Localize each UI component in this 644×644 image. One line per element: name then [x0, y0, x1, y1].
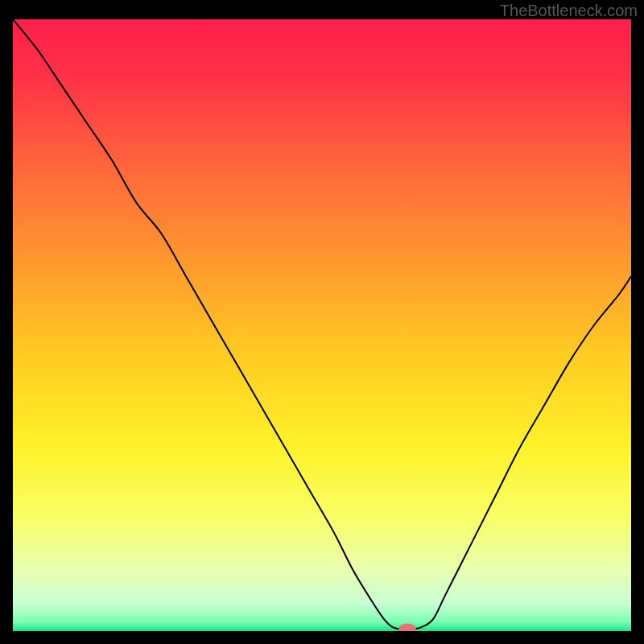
gradient-background — [13, 19, 631, 631]
attribution-label: TheBottleneck.com — [500, 2, 638, 20]
chart-svg — [13, 19, 631, 631]
chart-container: TheBottleneck.com — [0, 0, 644, 644]
plot-area — [13, 19, 631, 631]
